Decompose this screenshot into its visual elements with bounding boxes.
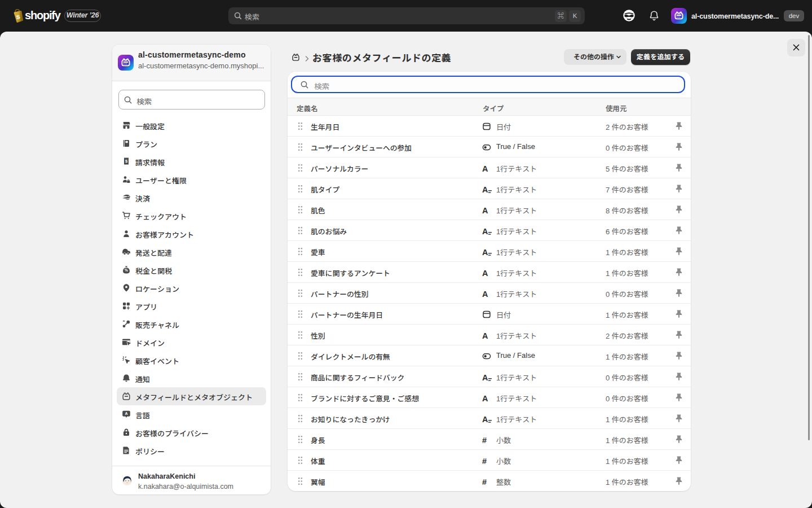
svg-text:A: A (125, 411, 127, 415)
svg-text:%: % (125, 268, 128, 272)
